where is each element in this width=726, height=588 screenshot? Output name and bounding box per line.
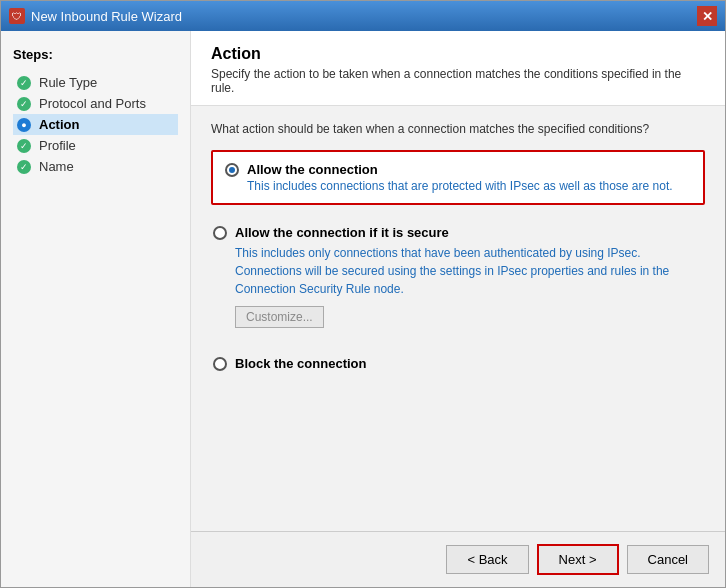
option-block-label: Block the connection xyxy=(235,356,366,371)
sidebar: Steps: ✓ Rule Type ✓ Protocol and Ports … xyxy=(1,31,191,587)
sidebar-label-protocol-ports: Protocol and Ports xyxy=(39,96,146,111)
sidebar-item-action[interactable]: ● Action xyxy=(13,114,178,135)
window-title: New Inbound Rule Wizard xyxy=(31,9,182,24)
sidebar-item-protocol-ports[interactable]: ✓ Protocol and Ports xyxy=(13,93,178,114)
radio-allow-secure[interactable] xyxy=(213,226,227,240)
option-allow-secure-label: Allow the connection if it is secure xyxy=(235,225,449,240)
option-allow-label: Allow the connection xyxy=(247,162,673,177)
option-allow-box: Allow the connection This includes conne… xyxy=(211,150,705,205)
step-dot-rule-type: ✓ xyxy=(17,76,31,90)
step-dot-protocol-ports: ✓ xyxy=(17,97,31,111)
sidebar-item-name[interactable]: ✓ Name xyxy=(13,156,178,177)
sidebar-label-profile: Profile xyxy=(39,138,76,153)
wizard-window: 🛡 New Inbound Rule Wizard ✕ Steps: ✓ Rul… xyxy=(0,0,726,588)
step-dot-name: ✓ xyxy=(17,160,31,174)
content-area: Steps: ✓ Rule Type ✓ Protocol and Ports … xyxy=(1,31,725,587)
sidebar-item-rule-type[interactable]: ✓ Rule Type xyxy=(13,72,178,93)
sidebar-label-name: Name xyxy=(39,159,74,174)
option-allow-content: Allow the connection This includes conne… xyxy=(247,162,673,193)
cancel-button[interactable]: Cancel xyxy=(627,545,709,574)
step-dot-profile: ✓ xyxy=(17,139,31,153)
radio-block[interactable] xyxy=(213,357,227,371)
sidebar-label-action: Action xyxy=(39,117,79,132)
steps-label: Steps: xyxy=(13,47,178,62)
option-allow-secure-content: Allow the connection if it is secure xyxy=(235,225,449,240)
option-allow-row: Allow the connection This includes conne… xyxy=(225,162,691,193)
sidebar-label-rule-type: Rule Type xyxy=(39,75,97,90)
option-allow-desc: This includes connections that are prote… xyxy=(247,179,673,193)
option-allow-secure-row: Allow the connection if it is secure xyxy=(213,225,703,240)
main-subtitle: Specify the action to be taken when a co… xyxy=(211,67,705,95)
next-button[interactable]: Next > xyxy=(537,544,619,575)
back-button[interactable]: < Back xyxy=(446,545,528,574)
main-title: Action xyxy=(211,45,705,63)
step-dot-action: ● xyxy=(17,118,31,132)
radio-allow[interactable] xyxy=(225,163,239,177)
customize-button[interactable]: Customize... xyxy=(235,306,324,328)
main-content: Action Specify the action to be taken wh… xyxy=(191,31,725,587)
option-allow-secure-box: Allow the connection if it is secure Thi… xyxy=(211,217,705,336)
close-button[interactable]: ✕ xyxy=(697,6,717,26)
title-bar-left: 🛡 New Inbound Rule Wizard xyxy=(9,8,182,24)
main-header: Action Specify the action to be taken wh… xyxy=(191,31,725,106)
sidebar-item-profile[interactable]: ✓ Profile xyxy=(13,135,178,156)
footer: < Back Next > Cancel xyxy=(191,531,725,587)
option-allow-secure-desc: This includes only connections that have… xyxy=(235,244,703,298)
window-icon: 🛡 xyxy=(9,8,25,24)
option-block-row: Block the connection xyxy=(213,356,703,371)
question-text: What action should be taken when a conne… xyxy=(211,122,705,136)
option-block-box: Block the connection xyxy=(211,348,705,379)
main-body: What action should be taken when a conne… xyxy=(191,106,725,531)
title-bar: 🛡 New Inbound Rule Wizard ✕ xyxy=(1,1,725,31)
